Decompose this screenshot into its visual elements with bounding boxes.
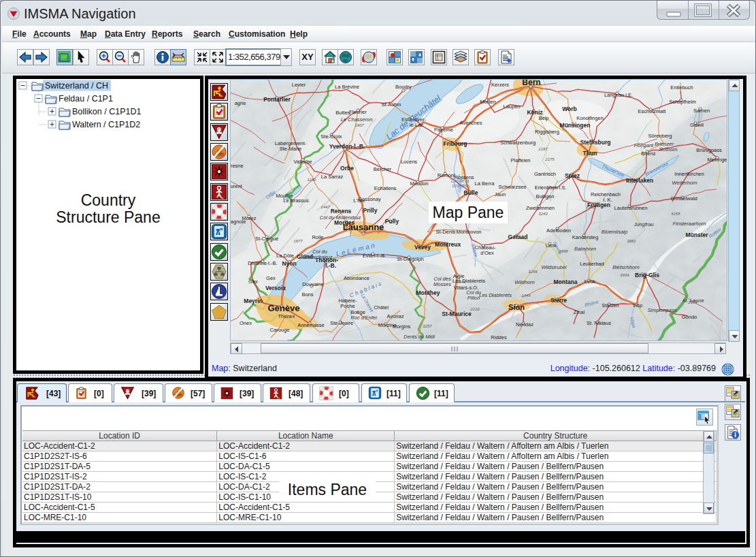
- svg-text:Renens: Renens: [331, 208, 352, 214]
- svg-text:Aigle: Aigle: [453, 273, 465, 279]
- svg-text:Riddes: Riddes: [491, 334, 507, 340]
- svg-text:2362: 2362: [585, 205, 595, 209]
- svg-text:Simplonpass: Simplonpass: [648, 307, 677, 313]
- svg-text:Fresne: Fresne: [230, 163, 244, 169]
- svg-text:Lauterbrunnen: Lauterbrunnen: [614, 205, 648, 211]
- svg-text:Thonex: Thonex: [278, 313, 295, 319]
- svg-text:Brig-Glis: Brig-Glis: [635, 272, 659, 278]
- svg-text:Plaffeien: Plaffeien: [510, 157, 530, 163]
- svg-text:Feldau / C1P1: Feldau / C1P1: [59, 94, 113, 104]
- svg-text:Jungfrau: Jungfrau: [633, 221, 654, 227]
- svg-text:Leukerbad: Leukerbad: [580, 261, 604, 267]
- svg-text:Rolle: Rolle: [312, 234, 323, 240]
- svg-text:Murten: Murten: [480, 99, 495, 105]
- svg-text:Divonne-l.-B.: Divonne-l.-B.: [248, 260, 277, 266]
- svg-text:La Brévine: La Brévine: [335, 84, 359, 90]
- svg-text:Gruyère: Gruyère: [452, 183, 468, 189]
- svg-text:Rothorn: Rothorn: [659, 146, 678, 153]
- svg-text:Waltern / C1P1D2: Waltern / C1P1D2: [72, 120, 140, 129]
- svg-text:Visp: Visp: [633, 302, 642, 308]
- svg-text:Versoix: Versoix: [265, 285, 286, 291]
- svg-text:I. K.: I. K.: [603, 197, 612, 203]
- svg-text:Genève: Genève: [268, 303, 300, 313]
- svg-text:Évian-l.-B.: Évian-l.-B.: [363, 253, 387, 259]
- svg-text:Gex: Gex: [248, 278, 258, 285]
- svg-text:Dents du Midi: Dents du Midi: [404, 334, 435, 340]
- svg-text:Mosses: Mosses: [433, 281, 451, 287]
- svg-text:1447: 1447: [321, 205, 330, 209]
- svg-text:Boudry: Boudry: [395, 84, 412, 90]
- svg-text:Finsteraarhorn: Finsteraarhorn: [673, 221, 706, 227]
- svg-text:1180: 1180: [308, 178, 317, 182]
- svg-text:Sierre: Sierre: [550, 297, 567, 304]
- svg-text:pagnole: pagnole: [230, 219, 246, 225]
- svg-text:3661: 3661: [627, 239, 636, 243]
- svg-text:Montreux: Montreux: [435, 241, 461, 248]
- svg-text:Lac de la: Lac de la: [451, 178, 470, 183]
- svg-text:Douvaine: Douvaine: [302, 281, 324, 287]
- svg-text:Zinal: Zinal: [574, 309, 585, 315]
- svg-text:St-Denis: St-Denis: [436, 229, 456, 235]
- svg-text:Konolfingen: Konolfingen: [576, 115, 604, 121]
- svg-text:d'Oex: d'Oex: [480, 250, 494, 256]
- svg-text:Prilly: Prilly: [363, 207, 378, 214]
- svg-text:Moudon: Moudon: [410, 180, 428, 187]
- svg-text:1546: 1546: [457, 280, 466, 284]
- svg-text:Münsingen: Münsingen: [560, 122, 591, 129]
- svg-text:Bercher: Bercher: [374, 166, 392, 172]
- svg-text:Lucens: Lucens: [401, 159, 417, 165]
- svg-text:St-Cergue: St-Cergue: [255, 236, 278, 242]
- svg-text:Zweisimmen: Zweisimmen: [526, 205, 555, 211]
- svg-text:Payerne: Payerne: [434, 127, 453, 133]
- svg-text:agne: agne: [235, 100, 246, 106]
- svg-text:Meyrin: Meyrin: [244, 298, 262, 304]
- svg-text:Laupen: Laupen: [503, 104, 520, 110]
- svg-text:Boltigen: Boltigen: [536, 193, 554, 200]
- svg-text:St-Gingolph: St-Gingolph: [397, 256, 424, 262]
- svg-text:Fleurier: Fleurier: [349, 109, 367, 115]
- svg-text:Kandersteg: Kandersteg: [572, 234, 598, 240]
- svg-text:Schwarzsee: Schwarzsee: [499, 184, 527, 190]
- svg-text:Vallorbe: Vallorbe: [294, 159, 312, 165]
- svg-text:Montana: Montana: [554, 278, 578, 285]
- svg-text:Bietschhorn: Bietschhorn: [612, 264, 640, 270]
- svg-text:2197: 2197: [538, 147, 548, 151]
- svg-text:Bern: Bern: [522, 79, 540, 87]
- svg-text:Col du Mollendruz: Col du Mollendruz: [320, 214, 361, 221]
- svg-text:2009: 2009: [687, 300, 697, 304]
- svg-text:Marchairuz: Marchairuz: [307, 254, 332, 260]
- svg-text:Meiringen: Meiringen: [708, 157, 727, 163]
- svg-text:3243: 3243: [538, 212, 548, 216]
- svg-text:Sion: Sion: [508, 303, 525, 311]
- svg-text:Stalden: Stalden: [602, 302, 619, 308]
- svg-text:Avoriaz: Avoriaz: [387, 313, 404, 319]
- svg-text:Erlenbach i.S.: Erlenbach i.S.: [535, 185, 567, 191]
- svg-text:Riggisberg: Riggisberg: [535, 129, 559, 135]
- svg-text:Echallens: Echallens: [374, 185, 397, 191]
- svg-text:Switzerland / CH: Switzerland / CH: [45, 81, 108, 91]
- svg-text:Schwarzenburg: Schwarzenburg: [500, 140, 536, 146]
- svg-text:Spiez: Spiez: [565, 172, 580, 179]
- svg-text:1677: 1677: [293, 239, 303, 243]
- svg-text:Adelboden: Adelboden: [546, 227, 571, 234]
- svg-text:Vevey: Vevey: [414, 244, 431, 251]
- svg-text:Sörenberg: Sörenberg: [648, 133, 672, 139]
- svg-text:Brienz: Brienz: [641, 150, 656, 157]
- svg-text:Ste-Croix: Ste-Croix: [321, 133, 342, 140]
- svg-text:Wildhorn: Wildhorn: [514, 279, 535, 285]
- svg-text:1607: 1607: [355, 123, 364, 127]
- svg-text:Escholzmatt: Escholzmatt: [638, 108, 667, 114]
- svg-text:Wetterhorn: Wetterhorn: [672, 180, 697, 186]
- svg-text:Poche: Poche: [340, 303, 355, 309]
- svg-text:Gondo: Gondo: [682, 314, 697, 320]
- svg-text:Kerzers: Kerzers: [491, 82, 509, 88]
- svg-text:Giswil: Giswil: [690, 122, 704, 128]
- svg-text:Laurent: Laurent: [230, 183, 243, 189]
- svg-text:Balmhorn: Balmhorn: [574, 246, 596, 252]
- svg-text:3698: 3698: [559, 249, 568, 253]
- svg-text:Brünigpass: Brünigpass: [696, 147, 722, 153]
- svg-text:Bollikon / C1P1D1: Bollikon / C1P1D1: [72, 107, 141, 116]
- svg-text:L'Isle: L'Isle: [353, 197, 365, 204]
- svg-text:Steffisburg: Steffisburg: [580, 139, 611, 146]
- svg-text:Annemasse: Annemasse: [297, 322, 325, 328]
